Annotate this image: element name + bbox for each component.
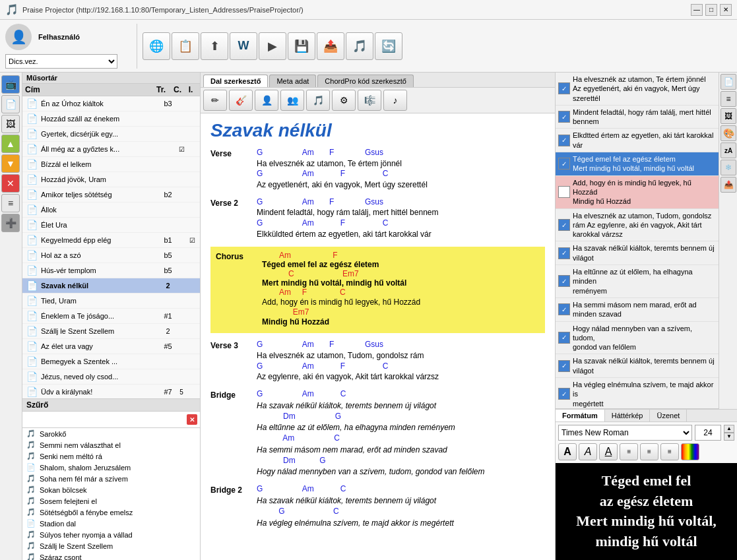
ct-edit-btn[interactable]: ✏: [203, 90, 227, 111]
fmt-color-btn[interactable]: [681, 443, 699, 460]
tb-network-btn[interactable]: 🌐: [143, 32, 170, 60]
right-item-checkbox[interactable]: ✓: [558, 332, 570, 344]
right-list-item[interactable]: ✓ Hogy nálad mennyben van a szívem, tudo…: [556, 322, 719, 355]
tb-upload-btn[interactable]: ⬆: [201, 32, 228, 60]
ri-export-btn[interactable]: 📤: [721, 177, 736, 193]
fmt-align-right-btn[interactable]: ≡: [660, 443, 679, 460]
song-list-item[interactable]: 📄 Hús-vér templom b5: [22, 263, 200, 278]
right-list-item[interactable]: ✓ Ha végleg elnémulna szívem, te majd ak…: [556, 378, 719, 409]
ct-person-btn[interactable]: 👤: [255, 90, 278, 111]
font-size-up-btn[interactable]: ▲: [724, 425, 734, 433]
szuro-input[interactable]: [25, 413, 184, 426]
right-list-item[interactable]: ✓ Elkdtted értem az egyetlen, aki tárt k…: [556, 129, 719, 152]
right-list-item[interactable]: ✓ Ha szavak nélkül kiáltok, teremts benn…: [556, 241, 719, 265]
side-down-btn[interactable]: ▼: [1, 154, 20, 173]
close-button[interactable]: ✕: [720, 4, 732, 16]
szuro-list-item[interactable]: 🎵 Semmi nem választhat el: [22, 439, 200, 451]
szuro-list-item[interactable]: 🎵 Szállj le Szent Szellem: [22, 540, 200, 551]
tb-play-btn[interactable]: ▶: [259, 32, 286, 60]
right-item-checkbox[interactable]: ✓: [558, 303, 570, 315]
song-list-item[interactable]: 📄 Az élet ura vagy #5: [22, 339, 200, 354]
fmt-underline-btn[interactable]: A: [599, 443, 618, 460]
fmt-italic-btn[interactable]: A: [579, 443, 597, 460]
song-list-item[interactable]: 📄 Gyertek, dicsérjük egy...: [22, 127, 200, 142]
ri-color-btn[interactable]: 🎨: [721, 125, 736, 141]
szuro-list-item[interactable]: 🎵 Senki nem méltó rá: [22, 451, 200, 462]
fmt-align-center-btn[interactable]: ≡: [640, 443, 658, 460]
side-remove-btn[interactable]: ✕: [1, 174, 20, 193]
right-list-item[interactable]: ✓ Téged emel fel az egész életem Mert mi…: [556, 152, 719, 176]
szuro-list-item[interactable]: 🎵 Sötétségből a fénybe emelsz: [22, 507, 200, 518]
side-up-btn[interactable]: ▲: [1, 135, 20, 153]
song-list-item[interactable]: 📄 Élet Ura: [22, 218, 200, 233]
tb-clipboard-btn[interactable]: 📋: [172, 32, 199, 60]
minimize-button[interactable]: —: [691, 4, 703, 16]
right-list-item[interactable]: ✓ Ha elvesznék az utamon, Te értem jönné…: [556, 73, 719, 106]
ri-image-btn[interactable]: 🖼: [721, 108, 736, 124]
format-tab-format[interactable]: Formátum: [556, 410, 605, 421]
font-size-down-btn[interactable]: ▼: [724, 433, 734, 441]
right-list-item[interactable]: ✓ Ha eltűnne az út előlem, ha elhagyna m…: [556, 265, 719, 298]
format-tab-message[interactable]: Üzenet: [650, 410, 687, 421]
right-list-item[interactable]: Add, hogy én is mindig hű legyek, hű Hoz…: [556, 176, 719, 209]
song-list-item[interactable]: 📄 Bízzál el lelkem: [22, 157, 200, 172]
tab-chordpro[interactable]: ChordPro kód szerkesztő: [317, 75, 414, 87]
tb-music-btn[interactable]: 🎵: [346, 32, 373, 60]
format-tab-background[interactable]: Háttérkép: [605, 410, 651, 421]
right-item-checkbox[interactable]: ✓: [558, 247, 570, 259]
maximize-button[interactable]: □: [705, 4, 717, 16]
right-item-checkbox[interactable]: ✓: [558, 388, 570, 400]
song-list-item[interactable]: 📄 Állok: [22, 202, 200, 218]
ri-snow-btn[interactable]: ❄: [721, 160, 736, 175]
szuro-list-item[interactable]: 🎵 Sokan bölcsek: [22, 484, 200, 495]
song-list-item[interactable]: 📄 Éneklem a Te jóságo... #1: [22, 309, 200, 324]
right-item-checkbox[interactable]: ✓: [558, 135, 570, 146]
ct-settings-btn[interactable]: ⚙: [332, 90, 356, 111]
song-list-item[interactable]: 📄 Hozzád száll az énekem: [22, 111, 200, 127]
tab-dal-szerkeszto[interactable]: Dal szerkesztő: [203, 75, 268, 87]
side-screen-btn[interactable]: 📺: [1, 75, 20, 94]
side-menu-btn[interactable]: ≡: [1, 194, 20, 212]
song-list-item[interactable]: 📄 Hol az a szó b5: [22, 248, 200, 263]
ct-note2-btn[interactable]: ♪: [383, 90, 407, 111]
right-item-checkbox[interactable]: ✓: [558, 275, 570, 287]
song-list-item[interactable]: 📄 Áll még az a győztes k... ☑: [22, 142, 200, 157]
right-item-checkbox[interactable]: ✓: [558, 111, 570, 123]
song-list-item[interactable]: 📄 Kegyelmedd épp elég b1 ☑: [22, 233, 200, 248]
tb-word-btn[interactable]: W: [230, 32, 257, 60]
right-item-checkbox[interactable]: ✓: [558, 158, 570, 170]
song-list-item[interactable]: 📄 Amikor teljes sötétség b2: [22, 187, 200, 202]
szuro-list-item[interactable]: 🎵 Súlyos teher nyomja a vállad: [22, 529, 200, 540]
szuro-list-item[interactable]: 📄 Stadion dal: [22, 518, 200, 529]
szuro-clear-btn[interactable]: ✕: [187, 414, 197, 425]
right-list-item[interactable]: ✓ Ha semmi másom nem marad, erőt ad mind…: [556, 298, 719, 322]
right-list-item[interactable]: ✓ Ha elvesznék az utamon, Tudom, gondols…: [556, 209, 719, 242]
ct-note-btn[interactable]: 🎼: [358, 90, 381, 111]
right-item-checkbox[interactable]: [558, 186, 570, 198]
right-item-checkbox[interactable]: ✓: [558, 82, 570, 94]
song-list-item[interactable]: 📄 Hozzád jövök, Uram: [22, 172, 200, 187]
right-item-checkbox[interactable]: ✓: [558, 360, 570, 372]
tb-sync-btn[interactable]: 🔄: [375, 32, 402, 60]
song-list-item[interactable]: 📄 Bemegyek a Szentek ...: [22, 354, 200, 369]
szuro-list-item[interactable]: 🎵 Száraz csont: [22, 551, 200, 560]
font-size-input[interactable]: [695, 425, 721, 441]
ri-list-btn[interactable]: ≡: [721, 91, 736, 107]
ct-music-btn[interactable]: 🎵: [306, 90, 330, 111]
song-list-item[interactable]: 📄 Tied, Uram: [22, 294, 200, 309]
song-list-item[interactable]: 📄 Szavak nélkül 2: [22, 278, 200, 294]
szuro-list-item[interactable]: 🎵 Sarokkő: [22, 428, 200, 439]
tab-meta-adat[interactable]: Meta adat: [269, 75, 316, 87]
tb-save-btn[interactable]: 💾: [288, 32, 315, 60]
right-list-item[interactable]: ✓ Mindent feladtál, hogy rám találj, mer…: [556, 106, 719, 129]
font-name-select[interactable]: Times New Roman Arial Verdana: [558, 425, 692, 441]
right-list-item[interactable]: ✓ Ha szavak nélkül kiáltok, teremts benn…: [556, 354, 719, 378]
song-list-item[interactable]: 📄 Én az Úrhoz kiáltok b3: [22, 96, 200, 111]
song-list-item[interactable]: 📄 Jézus, neved oly csod...: [22, 369, 200, 385]
side-add-btn[interactable]: ➕: [1, 214, 20, 232]
fmt-align-left-btn[interactable]: ≡: [620, 443, 638, 460]
song-list-item[interactable]: 📄 Üdv a királynak! #7 5: [22, 385, 200, 398]
szuro-list-item[interactable]: 📄 Shalom, shalom Jeruzsálem: [22, 462, 200, 473]
user-role-select[interactable]: Dics.vez.: [5, 54, 117, 69]
fmt-bold-btn[interactable]: A: [558, 443, 577, 460]
